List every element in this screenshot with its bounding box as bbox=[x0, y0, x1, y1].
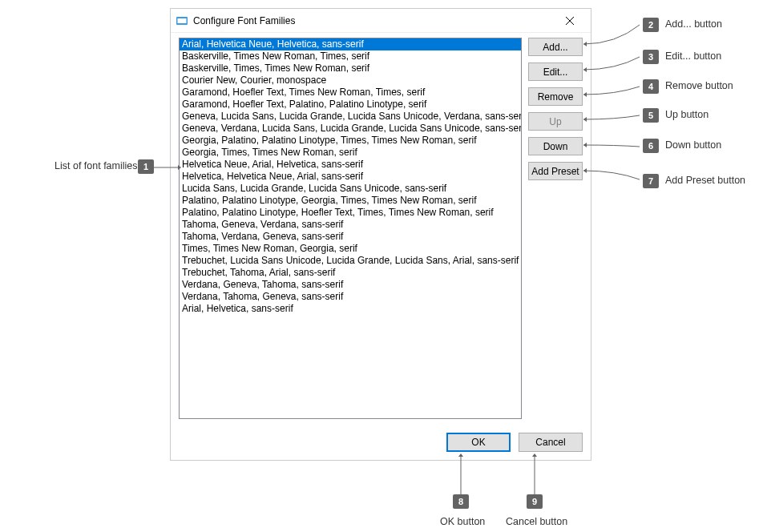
callout-7-label: Add Preset button bbox=[665, 175, 745, 186]
side-button-column: Add... Edit... Remove Up Down Add Preset bbox=[528, 38, 583, 180]
bottom-button-row: OK Cancel bbox=[446, 433, 583, 452]
callout-9-label: Cancel button bbox=[506, 516, 567, 527]
callout-4-badge: 4 bbox=[643, 79, 659, 94]
callout-4-label: Remove button bbox=[665, 80, 733, 91]
font-family-item[interactable]: Georgia, Palatino, Palatino Linotype, Ti… bbox=[180, 135, 521, 147]
remove-button[interactable]: Remove bbox=[528, 87, 583, 106]
font-family-item[interactable]: Verdana, Geneva, Tahoma, sans-serif bbox=[180, 279, 521, 291]
callout-7-badge: 7 bbox=[643, 174, 659, 188]
font-family-item[interactable]: Geneva, Lucida Sans, Lucida Grande, Luci… bbox=[180, 111, 521, 123]
font-family-item[interactable]: Verdana, Tahoma, Geneva, sans-serif bbox=[180, 291, 521, 303]
add-button[interactable]: Add... bbox=[528, 38, 583, 56]
font-family-item[interactable]: Helvetica Neue, Arial, Helvetica, sans-s… bbox=[180, 159, 521, 171]
callout-5-badge: 5 bbox=[643, 108, 659, 123]
callout-3-label: Edit... button bbox=[665, 50, 721, 62]
font-family-item[interactable]: Baskerville, Times New Roman, Times, ser… bbox=[180, 50, 521, 62]
callout-9-badge: 9 bbox=[527, 494, 543, 509]
callout-8-label: OK button bbox=[440, 516, 485, 527]
configure-font-families-dialog: Configure Font Families Arial, Helvetica… bbox=[170, 8, 591, 461]
font-family-item[interactable]: Palatino, Palatino Linotype, Hoefler Tex… bbox=[180, 207, 521, 219]
font-family-item[interactable]: Palatino, Palatino Linotype, Georgia, Ti… bbox=[180, 195, 521, 207]
callout-6-label: Down button bbox=[665, 139, 721, 151]
titlebar: Configure Font Families bbox=[171, 9, 591, 33]
close-button[interactable] bbox=[554, 12, 586, 30]
svg-rect-1 bbox=[178, 18, 187, 23]
font-family-item[interactable]: Trebuchet, Tahoma, Arial, sans-serif bbox=[180, 267, 521, 279]
cancel-button[interactable]: Cancel bbox=[519, 433, 583, 452]
font-families-listbox[interactable]: Arial, Helvetica Neue, Helvetica, sans-s… bbox=[179, 38, 522, 419]
dialog-body: Arial, Helvetica Neue, Helvetica, sans-s… bbox=[171, 33, 591, 460]
down-button[interactable]: Down bbox=[528, 137, 583, 155]
app-icon bbox=[176, 14, 188, 27]
font-family-item[interactable]: Times, Times New Roman, Georgia, serif bbox=[180, 243, 521, 255]
font-family-item[interactable]: Baskerville, Times, Times New Roman, ser… bbox=[180, 62, 521, 75]
callout-5-label: Up button bbox=[665, 109, 709, 120]
callout-3-badge: 3 bbox=[643, 50, 659, 64]
font-family-item[interactable]: Tahoma, Verdana, Geneva, sans-serif bbox=[180, 231, 521, 243]
ok-button[interactable]: OK bbox=[446, 433, 511, 452]
dialog-title: Configure Font Families bbox=[193, 15, 554, 26]
callout-8-badge: 8 bbox=[453, 494, 469, 509]
up-button[interactable]: Up bbox=[528, 112, 583, 131]
callout-6-badge: 6 bbox=[643, 139, 659, 153]
font-family-item[interactable]: Helvetica, Helvetica Neue, Arial, sans-s… bbox=[180, 171, 521, 183]
font-family-item[interactable]: Geneva, Verdana, Lucida Sans, Lucida Gra… bbox=[180, 123, 521, 135]
font-family-item[interactable]: Tahoma, Geneva, Verdana, sans-serif bbox=[180, 219, 521, 231]
add-preset-button[interactable]: Add Preset bbox=[528, 162, 583, 180]
font-family-item[interactable]: Lucida Sans, Lucida Grande, Lucida Sans … bbox=[180, 183, 521, 195]
font-family-item[interactable]: Garamond, Hoefler Text, Times New Roman,… bbox=[180, 87, 521, 99]
font-family-item[interactable]: Georgia, Times, Times New Roman, serif bbox=[180, 147, 521, 159]
callout-2-label: Add... button bbox=[665, 18, 722, 30]
font-family-item[interactable]: Arial, Helvetica, sans-serif bbox=[180, 303, 521, 315]
edit-button[interactable]: Edit... bbox=[528, 62, 583, 81]
font-family-item[interactable]: Arial, Helvetica Neue, Helvetica, sans-s… bbox=[180, 38, 521, 50]
callout-1-badge: 1 bbox=[138, 159, 154, 174]
callout-2-badge: 2 bbox=[643, 18, 659, 32]
font-family-item[interactable]: Garamond, Hoefler Text, Palatino, Palati… bbox=[180, 99, 521, 111]
callout-1-label: List of font families bbox=[55, 160, 138, 171]
font-family-item[interactable]: Courier New, Courier, monospace bbox=[180, 75, 521, 87]
font-family-item[interactable]: Trebuchet, Lucida Sans Unicode, Lucida G… bbox=[180, 255, 521, 267]
